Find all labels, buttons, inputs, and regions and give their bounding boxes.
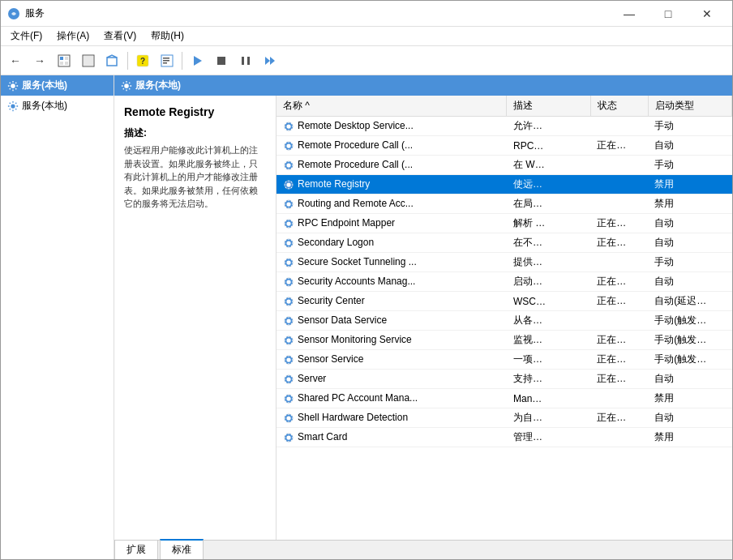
- col-header-status[interactable]: 状态: [590, 96, 648, 117]
- service-icon: [283, 199, 294, 210]
- help-button[interactable]: ?: [131, 49, 154, 72]
- services-pane: 名称 ^ 描述 状态 启动类型 Remote Desktop Service..: [276, 96, 732, 540]
- service-desc-cell: 允许…: [507, 117, 590, 136]
- table-row[interactable]: Security Accounts Manag...启动…正在…自动: [276, 272, 732, 292]
- sidebar-header: 服务(本地): [1, 75, 114, 96]
- tab-standard[interactable]: 标准: [160, 539, 204, 559]
- sidebar-header-label: 服务(本地): [22, 79, 67, 92]
- content-area: 服务(本地) Remote Registry 描述: 使远程用户能修改此计算机上…: [114, 75, 732, 559]
- menu-file[interactable]: 文件(F): [4, 28, 49, 45]
- svg-point-25: [286, 124, 290, 128]
- service-startup-cell: 手动: [648, 156, 731, 175]
- service-startup-cell: 手动: [648, 253, 731, 272]
- service-name-cell: RPC Endpoint Mapper: [276, 214, 507, 233]
- svg-point-45: [286, 318, 290, 323]
- table-row[interactable]: Remote Desktop Service...允许…手动: [276, 117, 732, 136]
- table-row[interactable]: Secondary Logon在不…正在…自动: [276, 233, 732, 253]
- service-status-cell: [590, 195, 648, 214]
- service-name-cell: Server: [276, 370, 507, 389]
- table-row[interactable]: Smart Card管理…禁用: [276, 428, 732, 447]
- service-name-text: Remote Registry: [298, 178, 370, 190]
- menu-view[interactable]: 查看(V): [97, 28, 143, 45]
- service-status-cell: [590, 389, 648, 408]
- service-name-cell: Secure Socket Tunneling ...: [276, 253, 507, 272]
- tab-expand[interactable]: 扩展: [114, 540, 158, 559]
- maximize-button[interactable]: □: [649, 1, 687, 27]
- svg-marker-19: [265, 57, 270, 65]
- tabs-bar: 扩展 标准: [114, 540, 732, 559]
- table-row[interactable]: Sensor Monitoring Service监视…正在…手动(触发…: [276, 331, 732, 350]
- pause-service-button[interactable]: [234, 49, 257, 72]
- service-desc-cell: 监视…: [507, 331, 590, 350]
- svg-point-33: [286, 202, 290, 206]
- service-icon: [283, 121, 294, 132]
- table-row[interactable]: Sensor Service一项…正在…手动(触发…: [276, 350, 732, 370]
- table-row[interactable]: Secure Socket Tunneling ...提供…手动: [276, 253, 732, 272]
- svg-rect-17: [242, 57, 244, 65]
- table-row[interactable]: Routing and Remote Acc...在局…禁用: [276, 195, 732, 214]
- service-desc-cell: Man…: [507, 389, 590, 408]
- back-button[interactable]: ←: [4, 49, 27, 72]
- service-status-cell: 正在…: [590, 370, 648, 389]
- service-desc-cell: 一项…: [507, 350, 590, 370]
- table-row[interactable]: Shared PC Account Mana...Man…禁用: [276, 389, 732, 408]
- services-window: 服务 — □ ✕ 文件(F) 操作(A) 查看(V) 帮助(H) ← → ?: [0, 0, 733, 560]
- service-status-cell: [590, 175, 648, 195]
- service-startup-cell: 自动(延迟…: [648, 292, 731, 311]
- toolbar-separator-1: [127, 52, 128, 70]
- col-header-desc[interactable]: 描述: [507, 96, 590, 117]
- favorites-button[interactable]: [101, 49, 124, 72]
- service-name-cell: Shared PC Account Mana...: [276, 389, 507, 408]
- start-service-button[interactable]: [186, 49, 208, 72]
- stop-service-button[interactable]: [210, 49, 233, 72]
- table-row[interactable]: Security CenterWSC…正在…自动(延迟…: [276, 292, 732, 311]
- table-row[interactable]: Shell Hardware Detection为自…正在…自动: [276, 408, 732, 428]
- svg-rect-2: [60, 57, 63, 60]
- service-startup-cell: 禁用: [648, 428, 731, 447]
- service-name-text: Sensor Monitoring Service: [298, 334, 412, 345]
- col-header-startup[interactable]: 启动类型: [648, 96, 731, 117]
- menu-action[interactable]: 操作(A): [50, 28, 96, 45]
- service-name-text: Sensor Data Service: [298, 314, 387, 326]
- properties-button[interactable]: [156, 49, 178, 72]
- svg-point-39: [286, 260, 290, 264]
- table-row[interactable]: Remote Procedure Call (...在 W…手动: [276, 156, 732, 175]
- restart-service-button[interactable]: [259, 49, 281, 72]
- minimize-button[interactable]: —: [611, 1, 648, 27]
- service-status-cell: 正在…: [590, 408, 648, 428]
- col-header-name[interactable]: 名称 ^: [276, 96, 507, 117]
- show-console-tree-button[interactable]: [53, 49, 75, 72]
- service-name-cell: Sensor Service: [276, 350, 507, 370]
- close-button[interactable]: ✕: [688, 1, 726, 27]
- service-startup-cell: 自动: [648, 214, 731, 233]
- service-startup-cell: 手动(触发…: [648, 331, 731, 350]
- table-row[interactable]: Server支持…正在…自动: [276, 370, 732, 389]
- up-button[interactable]: [77, 49, 100, 72]
- service-icon: [283, 276, 294, 288]
- service-status-cell: [590, 428, 648, 447]
- service-status-cell: 正在…: [590, 136, 648, 156]
- table-row[interactable]: Sensor Data Service从各…手动(触发…: [276, 311, 732, 331]
- service-icon: [283, 413, 294, 424]
- service-status-cell: [590, 156, 648, 175]
- service-icon: [283, 315, 294, 327]
- content-header: 服务(本地): [114, 75, 732, 96]
- service-status-cell: [590, 311, 648, 331]
- table-row[interactable]: Remote Registry使远…禁用: [276, 175, 732, 195]
- service-name-text: Shared PC Account Mana...: [298, 392, 418, 404]
- svg-rect-8: [107, 58, 117, 66]
- service-name-text: Server: [298, 373, 326, 384]
- forward-button[interactable]: →: [28, 49, 51, 72]
- selected-service-name: Remote Registry: [124, 105, 266, 118]
- table-row[interactable]: RPC Endpoint Mapper解析 …正在…自动: [276, 214, 732, 233]
- service-name-cell: Sensor Data Service: [276, 311, 507, 331]
- window-title: 服务: [25, 6, 611, 20]
- svg-rect-18: [247, 57, 250, 65]
- menu-help[interactable]: 帮助(H): [144, 28, 191, 45]
- service-status-cell: 正在…: [590, 292, 648, 311]
- service-status-cell: 正在…: [590, 350, 648, 370]
- sidebar-item-services-local[interactable]: 服务(本地): [1, 96, 114, 116]
- table-row[interactable]: Remote Procedure Call (...RPC…正在…自动: [276, 136, 732, 156]
- service-icon: [283, 393, 294, 404]
- svg-point-27: [286, 143, 290, 147]
